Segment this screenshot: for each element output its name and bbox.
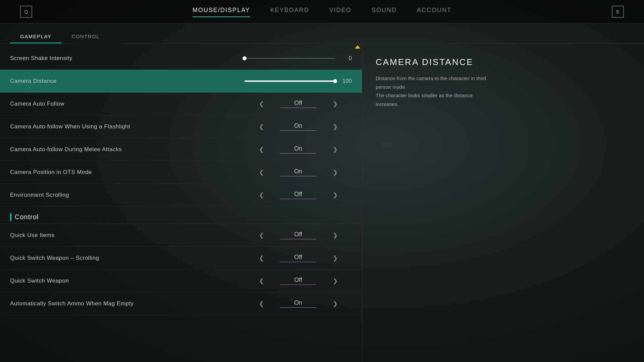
setting-row-environment-scrolling[interactable]: Environment Scrolling❮Off❯ [0, 184, 362, 206]
arrow-left-quick-switch-weapon-scrolling[interactable]: ❮ [255, 251, 268, 265]
control-value-quick-switch-weapon: Off [268, 277, 328, 285]
setting-row-quick-switch-weapon-scrolling[interactable]: Quick Switch Weapon – Scrolling❮Off❯ [0, 247, 362, 269]
slider-thumb-screen-shake-intensity[interactable] [243, 56, 247, 60]
arrow-control-camera-auto-follow-melee: ❮On❯ [245, 143, 352, 156]
setting-row-camera-distance[interactable]: Camera Distance100 [0, 70, 362, 93]
setting-row-camera-position-ots[interactable]: Camera Position in OTS Mode❮On❯ [0, 161, 362, 184]
arrow-left-camera-auto-follow-flashlight[interactable]: ❮ [255, 120, 268, 133]
control-value-camera-auto-follow: Off [268, 100, 328, 108]
main-area: Screen Shake Intensity0Camera Distance10… [0, 44, 644, 362]
control-value-auto-switch-ammo: On [268, 299, 328, 308]
arrow-control-environment-scrolling: ❮Off❯ [245, 188, 352, 202]
setting-label-auto-switch-ammo: Automatically Switch Ammo When Mag Empty [10, 300, 245, 307]
setting-row-camera-auto-follow[interactable]: Camera Auto Follow❮Off❯ [0, 93, 362, 115]
control-value-camera-position-ots: On [268, 168, 328, 176]
info-panel: CAMERA DISTANCE Distance from the camera… [362, 44, 644, 362]
control-section-label: Control [15, 213, 39, 221]
arrow-right-camera-position-ots[interactable]: ❯ [328, 166, 342, 179]
setting-label-quick-use-items: Quick Use Items [10, 232, 245, 239]
e-icon: E [616, 9, 619, 14]
arrow-control-quick-switch-weapon: ❮Off❯ [245, 274, 352, 288]
setting-row-camera-auto-follow-melee[interactable]: Camera Auto-follow During Melee Attacks❮… [0, 138, 362, 161]
arrow-left-camera-auto-follow[interactable]: ❮ [255, 97, 268, 111]
info-title: CAMERA DISTANCE [376, 57, 631, 67]
arrow-right-camera-auto-follow-flashlight[interactable]: ❯ [328, 120, 342, 133]
arrow-right-quick-switch-weapon[interactable]: ❯ [328, 274, 342, 288]
nav-icon-left-btn[interactable]: Q [20, 6, 32, 18]
arrow-right-quick-use-items[interactable]: ❯ [328, 229, 342, 242]
arrow-right-camera-auto-follow[interactable]: ❯ [328, 97, 342, 111]
nav-items: MOUSE/DISPLAYKEYBOARDVIDEOSOUNDACCOUNT [193, 7, 451, 16]
q-icon: Q [24, 9, 28, 14]
setting-label-camera-position-ots: Camera Position in OTS Mode [10, 169, 245, 176]
control-value-environment-scrolling: Off [268, 191, 328, 199]
setting-label-camera-auto-follow-flashlight: Camera Auto-follow When Using a Flashlig… [10, 123, 245, 130]
slider-fill-camera-distance [245, 80, 335, 82]
setting-row-screen-shake-intensity[interactable]: Screen Shake Intensity0 [0, 47, 362, 70]
scroll-indicator [355, 45, 360, 49]
setting-row-quick-switch-weapon[interactable]: Quick Switch Weapon❮Off❯ [0, 269, 362, 292]
slider-track-camera-distance[interactable] [245, 80, 335, 82]
arrow-control-camera-auto-follow: ❮Off❯ [245, 97, 352, 111]
arrow-left-camera-position-ots[interactable]: ❮ [255, 166, 268, 179]
nav-item-mouse-display[interactable]: MOUSE/DISPLAY [193, 7, 250, 16]
arrow-right-environment-scrolling[interactable]: ❯ [328, 188, 342, 202]
control-section-header: Control [0, 206, 362, 224]
page-wrapper: Q MOUSE/DISPLAYKEYBOARDVIDEOSOUNDACCOUNT… [0, 0, 644, 362]
control-value-camera-auto-follow-flashlight: On [268, 122, 328, 131]
control-value-quick-switch-weapon-scrolling: Off [268, 254, 328, 262]
arrow-left-environment-scrolling[interactable]: ❮ [255, 188, 268, 202]
nav-item-sound[interactable]: SOUND [372, 7, 397, 16]
tab-control[interactable]: CONTROL [61, 30, 110, 43]
nav-icon-right-btn[interactable]: E [612, 6, 624, 18]
setting-label-camera-auto-follow: Camera Auto Follow [10, 101, 245, 107]
settings-panel[interactable]: Screen Shake Intensity0Camera Distance10… [0, 44, 362, 362]
slider-thumb-camera-distance[interactable] [333, 79, 337, 83]
setting-row-camera-auto-follow-flashlight[interactable]: Camera Auto-follow When Using a Flashlig… [0, 115, 362, 138]
control-value-quick-use-items: Off [268, 231, 328, 239]
nav-item-keyboard[interactable]: KEYBOARD [270, 7, 309, 16]
tabs-bar: GAMEPLAYCONTROL [0, 23, 644, 44]
arrow-left-auto-switch-ammo[interactable]: ❮ [255, 297, 268, 310]
setting-label-environment-scrolling: Environment Scrolling [10, 192, 245, 198]
arrow-control-camera-auto-follow-flashlight: ❮On❯ [245, 120, 352, 133]
arrow-left-quick-use-items[interactable]: ❮ [255, 229, 268, 242]
nav-item-account[interactable]: ACCOUNT [417, 7, 451, 16]
arrow-right-auto-switch-ammo[interactable]: ❯ [328, 297, 342, 310]
setting-label-camera-auto-follow-melee: Camera Auto-follow During Melee Attacks [10, 146, 245, 153]
setting-label-camera-distance: Camera Distance [10, 78, 245, 84]
arrow-control-auto-switch-ammo: ❮On❯ [245, 297, 352, 310]
arrow-control-quick-switch-weapon-scrolling: ❮Off❯ [245, 251, 352, 265]
arrow-control-quick-use-items: ❮Off❯ [245, 229, 352, 242]
arrow-right-camera-auto-follow-melee[interactable]: ❯ [328, 143, 342, 156]
setting-label-quick-switch-weapon: Quick Switch Weapon [10, 278, 245, 284]
arrow-right-quick-switch-weapon-scrolling[interactable]: ❯ [328, 251, 342, 265]
slider-track-screen-shake-intensity[interactable] [245, 58, 335, 59]
setting-label-quick-switch-weapon-scrolling: Quick Switch Weapon – Scrolling [10, 255, 245, 261]
slider-control-camera-distance[interactable]: 100 [245, 78, 352, 84]
arrow-left-quick-switch-weapon[interactable]: ❮ [255, 274, 268, 288]
setting-row-quick-use-items[interactable]: Quick Use Items❮Off❯ [0, 224, 362, 247]
slider-value-screen-shake-intensity: 0 [342, 55, 352, 62]
arrow-control-camera-position-ots: ❮On❯ [245, 166, 352, 179]
setting-row-auto-switch-ammo[interactable]: Automatically Switch Ammo When Mag Empty… [0, 292, 362, 315]
slider-value-camera-distance: 100 [342, 78, 352, 84]
info-description: Distance from the camera to the characte… [376, 74, 496, 108]
slider-control-screen-shake-intensity[interactable]: 0 [245, 55, 352, 62]
tab-gameplay[interactable]: GAMEPLAY [10, 30, 61, 43]
setting-label-screen-shake-intensity: Screen Shake Intensity [10, 55, 245, 62]
control-value-camera-auto-follow-melee: On [268, 145, 328, 154]
arrow-left-camera-auto-follow-melee[interactable]: ❮ [255, 143, 268, 156]
nav-item-video[interactable]: VIDEO [329, 7, 352, 16]
top-nav: Q MOUSE/DISPLAYKEYBOARDVIDEOSOUNDACCOUNT… [0, 0, 644, 23]
